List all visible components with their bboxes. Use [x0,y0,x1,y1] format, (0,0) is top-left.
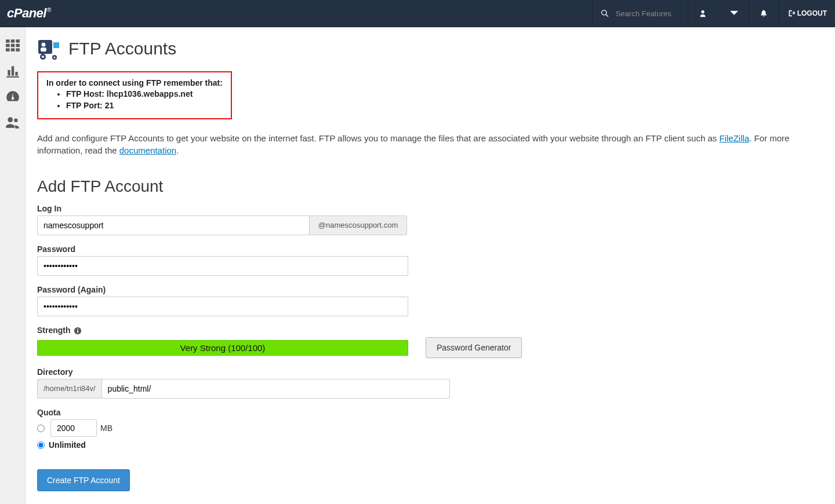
svg-point-16 [42,43,46,47]
top-nav: cPanel® LOGOUT [0,0,835,27]
caret-down-icon [730,9,738,17]
create-ftp-button[interactable]: Create FTP Account [37,469,130,491]
user-menu[interactable] [688,0,749,27]
notifications-button[interactable] [749,0,778,27]
documentation-link[interactable]: documentation [119,145,176,155]
section-title: Add FTP Account [37,177,823,196]
strength-bar: Very Strong (100/100) [37,340,408,356]
svg-point-19 [42,56,44,58]
svg-rect-0 [6,39,10,42]
main-content: FTP Accounts In order to connect using F… [26,27,835,504]
logout-button[interactable]: LOGOUT [778,0,835,27]
quota-unit: MB [100,423,112,433]
password-label: Password [37,244,823,254]
info-icon [74,327,82,335]
users-icon [5,115,20,130]
quota-unlimited-radio[interactable] [37,441,45,449]
info-title: In order to connect using FTP remember t… [46,78,223,87]
strength-label: Strength [37,326,823,335]
directory-label: Directory [37,367,823,377]
user-icon [699,9,707,17]
sidebar-users[interactable] [0,109,26,135]
bar-chart-icon [5,64,20,79]
page-title: FTP Accounts [68,39,176,59]
password2-label: Password (Again) [37,285,823,294]
quota-limited-radio[interactable] [37,425,45,432]
directory-input[interactable] [101,379,450,399]
svg-rect-17 [41,48,46,52]
login-domain: @namescosupport.com [310,216,407,235]
search-input[interactable] [616,9,680,18]
svg-rect-23 [78,331,79,333]
page-header: FTP Accounts [37,36,823,61]
svg-rect-15 [38,40,52,54]
filezilla-link[interactable]: FileZilla [719,133,749,143]
ftp-icon [37,36,61,61]
search-box[interactable] [592,0,688,27]
ftp-info-box: In order to connect using FTP remember t… [37,71,232,119]
password2-input[interactable] [37,297,408,316]
password-input[interactable] [37,256,408,276]
svg-rect-5 [16,44,19,47]
sidebar [0,27,26,504]
quota-label: Quota [37,408,823,417]
svg-rect-11 [12,66,14,75]
svg-rect-7 [11,48,15,51]
sidebar-dashboard[interactable] [0,84,26,109]
svg-rect-10 [8,70,10,76]
svg-rect-12 [15,72,17,75]
sidebar-stats[interactable] [0,59,26,84]
svg-rect-3 [6,44,10,47]
svg-point-21 [54,57,56,59]
intro-text: Add and configure FTP Accounts to get yo… [37,132,823,156]
search-icon [601,9,609,17]
svg-rect-9 [6,76,19,78]
gauge-icon [5,89,20,104]
info-host: FTP Host: lhcp1036.webapps.net [66,89,223,100]
logo-area: cPanel® [0,6,51,21]
grid-icon [5,38,20,53]
login-label: Log In [37,204,823,213]
sidebar-home[interactable] [0,33,26,59]
unlimited-label: Unlimited [49,440,86,450]
logout-icon [787,9,795,17]
info-port: FTP Port: 21 [66,100,223,112]
svg-rect-8 [16,48,19,51]
svg-rect-2 [16,39,19,42]
cpanel-logo[interactable]: cPanel® [7,6,51,20]
login-input[interactable] [37,216,310,235]
svg-point-24 [77,328,78,330]
svg-point-13 [8,117,13,122]
bell-icon [760,9,768,17]
svg-rect-6 [6,48,10,51]
password-generator-button[interactable]: Password Generator [426,337,522,358]
svg-point-14 [14,119,17,123]
svg-rect-4 [11,44,15,47]
directory-prefix: /home/tn1ri84v/ [37,379,101,399]
quota-value-input[interactable] [50,419,97,437]
svg-rect-1 [11,39,15,42]
